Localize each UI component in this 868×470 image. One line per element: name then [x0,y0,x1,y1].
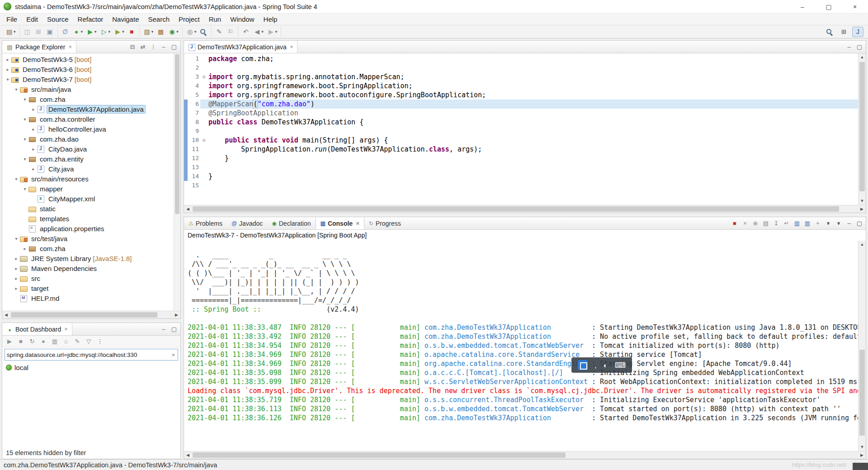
tree-item[interactable]: ▸City.java [2,164,180,174]
debug-dropdown-icon[interactable]: ▾ [81,29,83,34]
tree-item[interactable]: application.properties [2,223,180,233]
scrollbar-thumb[interactable] [193,452,566,458]
debug-button[interactable]: ●▾ [71,27,85,37]
scrollbar-track[interactable] [192,205,858,213]
clear-filter-icon[interactable]: × [170,351,176,358]
scroll-left-icon[interactable]: ◀ [184,207,192,211]
boot-dashboard-tab[interactable]: Boot Dashboard × [2,323,72,335]
scrollbar-track[interactable] [859,248,866,443]
stop-button[interactable]: ■ [126,27,137,37]
console-output[interactable]: . ____ _ __ _ _ /\\ / ___'_ __ _ _(_)_ _… [184,241,858,451]
chevron-icon[interactable]: ▸ [21,246,28,251]
remove-all-launches-button[interactable]: ⊗ [752,220,759,227]
tree-item[interactable]: templates [2,214,180,223]
new-wizard-dropdown-icon[interactable]: ▾ [14,29,16,34]
save-all-button[interactable]: ⊞ [33,27,44,37]
editor-vscrollbar[interactable]: ▲ ▼ [858,53,866,205]
toggle-annotations-button[interactable]: ⚐ [225,27,236,37]
menu-run[interactable]: Run [204,14,226,24]
chevron-icon[interactable]: ▸ [30,107,37,112]
open-task-dropdown-icon[interactable]: ▾ [194,29,197,34]
profile-button[interactable]: ▷▾ [99,27,113,37]
find-actions-button[interactable] [824,27,835,37]
scroll-left-icon[interactable]: ◀ [2,313,10,317]
chevron-icon[interactable]: ▸ [13,256,20,261]
coverage-dropdown-icon[interactable]: ▾ [122,29,124,34]
new-package-button[interactable]: ▩ [155,27,166,37]
scroll-right-icon[interactable]: ▶ [858,453,866,457]
new-java-project-dropdown-icon[interactable]: ▾ [151,29,154,34]
chevron-icon[interactable]: ▸ [13,286,20,291]
tab-console[interactable]: ▥Console× [316,217,364,229]
scrollbar-track[interactable] [10,311,173,318]
tree-item[interactable]: ▾src/test/java [2,233,180,243]
scroll-right-icon[interactable]: ▶ [858,207,866,211]
code-line[interactable]: 5import org.springframework.boot.autocon… [184,90,858,100]
boot-dashboard-filter-input[interactable] [7,351,170,358]
scrollbar-thumb[interactable] [11,312,157,318]
maximize-editor-button[interactable]: ▢ [856,43,863,51]
forward-dropdown-icon[interactable]: ▾ [275,29,278,34]
tree-item[interactable]: ▸helloController.java [2,124,180,134]
tree-item[interactable]: ▸DemoTestWk3-5 [boot] [2,54,180,64]
code-line[interactable]: 12 } [184,154,858,163]
pin-console-button[interactable]: + [814,220,821,227]
clear-console-button[interactable]: ▤ [762,220,769,227]
open-console-button[interactable]: ▥ [51,338,58,345]
tab-close-icon[interactable]: × [356,220,359,227]
scroll-lock-button[interactable]: ↧ [773,220,780,227]
ime-language-icon[interactable] [578,360,588,370]
tree-item[interactable]: ▾src/main/java [2,84,180,94]
forward-button[interactable]: ▶▾ [265,27,279,37]
scrollbar-thumb[interactable] [193,206,839,212]
tab-javadoc[interactable]: @Javadoc [227,217,267,229]
minimize-view-button[interactable]: – [160,326,167,333]
tree-item[interactable]: ▸DemoTestWk37Application.java [2,104,180,114]
profile-dropdown-icon[interactable]: ▾ [108,29,111,34]
back-dropdown-icon[interactable]: ▾ [261,29,264,34]
menu-edit[interactable]: Edit [22,14,42,24]
terminate-button[interactable]: ■ [731,220,738,227]
maximize-button[interactable]: ▢ [816,0,842,13]
minimize-editor-button[interactable]: – [845,43,853,51]
code-line[interactable]: 14} [184,172,858,181]
chevron-icon[interactable]: ▾ [21,137,28,142]
code-line[interactable]: 7@SpringBootApplication [184,109,858,118]
tree-item[interactable]: ▸CityDao.java [2,144,180,154]
tab-declaration[interactable]: ◉Declaration [267,217,315,229]
stop-button[interactable]: ■ [17,338,24,345]
menu-project[interactable]: Project [174,14,204,24]
debug-button[interactable]: ● [40,338,47,345]
console-vscrollbar[interactable]: ▲ ▼ [858,241,866,451]
show-stdout-button[interactable]: ▥ [793,220,801,227]
open-console-button[interactable]: ▾ [835,220,842,227]
minimize-button[interactable]: – [789,0,816,13]
restart-button[interactable]: ↻ [28,338,36,345]
open-search-button[interactable] [198,27,209,37]
chevron-icon[interactable]: ▸ [30,166,37,171]
back-button[interactable]: ◀▾ [251,27,265,37]
new-java-project-button[interactable]: ▧▾ [142,27,156,37]
tree-item[interactable]: ▸src [2,273,180,283]
chevron-icon[interactable]: ▾ [21,157,28,161]
new-class-button[interactable]: ◉▾ [166,27,180,37]
chevron-icon[interactable]: ▾ [21,186,28,191]
editor-hscrollbar[interactable]: ◀ ▶ [184,205,866,213]
chevron-icon[interactable]: ▸ [4,57,11,62]
properties-button[interactable]: ✎ [74,338,81,345]
start-button[interactable]: ▶ [6,338,13,345]
chevron-icon[interactable]: ▸ [13,266,20,271]
display-console-button[interactable]: ▾ [825,220,832,227]
boot-dashboard-close-icon[interactable]: × [64,326,68,332]
code-line[interactable]: 6@MapperScan("com.zha.dao") [184,100,858,109]
minimize-view-button[interactable]: – [845,220,853,227]
scroll-up-icon[interactable]: ▲ [859,241,866,248]
code-line[interactable]: 10⊖ public static void main(String[] arg… [184,136,858,145]
minimize-view-button[interactable]: – [160,43,167,51]
toggle-mark-occurrences-button[interactable]: ✎ [213,27,225,37]
show-stderr-button[interactable]: ▥ [804,220,811,227]
tree-item[interactable]: ▾src/main/resources [2,174,180,184]
print-button[interactable]: ▣ [44,27,56,37]
tab-problems[interactable]: ⚠Problems [184,217,227,229]
close-button[interactable]: × [842,0,868,13]
